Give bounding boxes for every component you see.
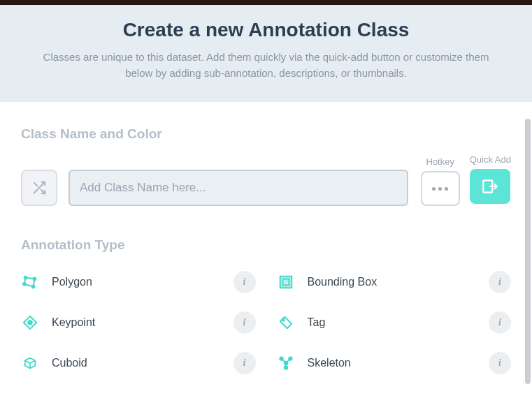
cuboid-icon bbox=[21, 354, 39, 372]
type-label: Keypoint bbox=[52, 316, 221, 329]
export-arrow-icon bbox=[481, 177, 499, 196]
type-label: Cuboid bbox=[52, 357, 221, 369]
svg-point-19 bbox=[289, 357, 292, 360]
ellipsis-icon bbox=[432, 187, 448, 191]
dialog-content: Class Name and Color Hotkey bbox=[0, 102, 532, 398]
type-option-keypoint[interactable]: Keypoint i bbox=[21, 309, 256, 337]
svg-point-13 bbox=[28, 320, 32, 325]
info-button[interactable]: i bbox=[489, 311, 511, 334]
dialog-title: Create a new Annotation Class bbox=[28, 19, 504, 41]
svg-point-9 bbox=[23, 283, 26, 286]
svg-point-18 bbox=[280, 357, 283, 360]
svg-line-2 bbox=[34, 183, 38, 186]
type-label: Tag bbox=[308, 316, 477, 329]
type-label: Bounding Box bbox=[308, 276, 477, 288]
type-label: Skeleton bbox=[308, 357, 477, 369]
info-button[interactable]: i bbox=[233, 352, 256, 374]
keypoint-icon bbox=[21, 314, 39, 332]
svg-point-20 bbox=[284, 362, 287, 365]
dialog-subtitle: Classes are unique to this dataset. Add … bbox=[29, 50, 504, 81]
info-button[interactable]: i bbox=[233, 271, 256, 293]
info-button[interactable]: i bbox=[489, 271, 511, 293]
quick-add-button[interactable] bbox=[470, 169, 510, 204]
window-top-bar bbox=[0, 0, 532, 5]
type-option-polygon[interactable]: Polygon i bbox=[21, 268, 256, 296]
hotkey-label: Hotkey bbox=[426, 156, 454, 167]
type-option-tag[interactable]: Tag i bbox=[277, 309, 512, 337]
svg-point-6 bbox=[24, 277, 27, 279]
shuffle-icon bbox=[31, 180, 47, 196]
svg-point-7 bbox=[34, 278, 36, 281]
skeleton-icon bbox=[277, 354, 295, 372]
hotkey-button[interactable] bbox=[421, 171, 460, 206]
svg-point-14 bbox=[282, 319, 284, 321]
info-button[interactable]: i bbox=[489, 352, 511, 374]
svg-rect-10 bbox=[280, 277, 292, 288]
polygon-icon bbox=[21, 273, 39, 291]
type-section-label: Annotation Type bbox=[21, 237, 511, 253]
type-label: Polygon bbox=[52, 276, 221, 288]
quickadd-label: Quick Add bbox=[470, 154, 511, 165]
info-button[interactable]: i bbox=[233, 311, 256, 334]
type-option-skeleton[interactable]: Skeleton i bbox=[277, 349, 512, 377]
shuffle-color-button[interactable] bbox=[21, 170, 57, 206]
svg-point-8 bbox=[32, 286, 35, 288]
svg-point-21 bbox=[284, 366, 287, 369]
scrollbar-thumb[interactable] bbox=[525, 119, 531, 384]
name-section-label: Class Name and Color bbox=[21, 126, 511, 142]
type-option-bounding-box[interactable]: Bounding Box i bbox=[277, 268, 512, 296]
dialog-header: Create a new Annotation Class Classes ar… bbox=[0, 5, 532, 102]
scrollbar[interactable] bbox=[525, 105, 532, 384]
type-option-cuboid[interactable]: Cuboid i bbox=[21, 349, 256, 377]
tag-icon bbox=[277, 314, 295, 332]
class-name-input[interactable] bbox=[69, 170, 408, 206]
bbox-icon bbox=[277, 273, 295, 291]
